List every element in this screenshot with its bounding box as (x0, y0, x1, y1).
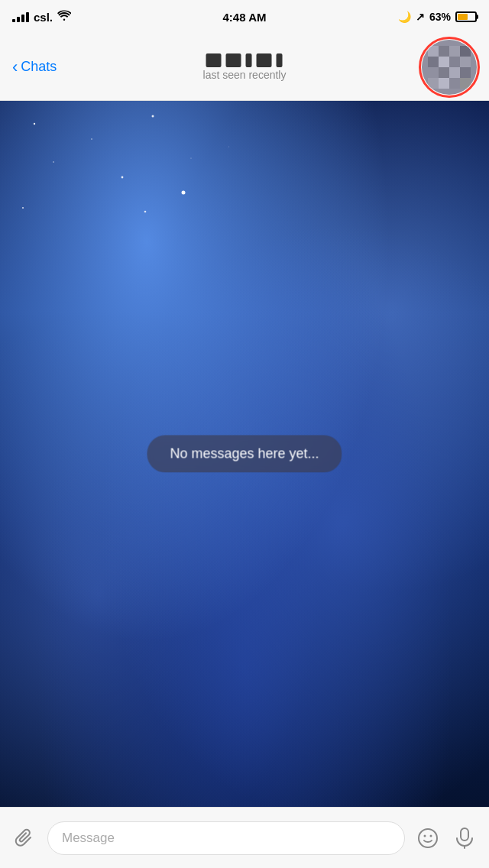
battery-percent-label: 63% (429, 11, 451, 23)
moon-icon: 🌙 (398, 11, 411, 23)
last-seen-label: last seen recently (203, 69, 287, 81)
contact-name (206, 53, 283, 67)
bottom-bar: Message (0, 807, 489, 868)
name-block-4 (257, 53, 272, 67)
avatar-highlight-border (419, 37, 480, 98)
chat-area: No messages here yet... (0, 101, 489, 807)
name-block-2 (226, 53, 241, 67)
mic-button[interactable] (451, 824, 478, 852)
message-placeholder: Message (62, 831, 115, 846)
battery-icon (455, 11, 477, 22)
message-input[interactable]: Message (47, 821, 405, 855)
status-bar: csl. 4:48 AM 🌙 ↗ 63% (0, 0, 489, 34)
svg-rect-109 (461, 828, 468, 840)
name-block-3 (246, 53, 252, 67)
emoji-button[interactable] (414, 824, 442, 852)
back-chevron-icon: ‹ (12, 59, 18, 76)
attach-button[interactable] (11, 824, 38, 852)
back-label: Chats (21, 59, 57, 75)
svg-point-108 (430, 834, 432, 837)
nav-header: ‹ Chats last seen recently (0, 34, 489, 101)
avatar-container[interactable] (422, 40, 477, 95)
svg-point-107 (424, 834, 426, 837)
signal-bars-icon (12, 11, 29, 22)
status-left: csl. (12, 10, 71, 24)
no-messages-label: No messages here yet... (147, 436, 342, 473)
name-block-1 (206, 53, 222, 67)
status-time: 4:48 AM (223, 11, 267, 24)
wifi-icon (57, 10, 71, 24)
name-block-5 (277, 53, 283, 67)
carrier-label: csl. (34, 11, 53, 24)
contact-info: last seen recently (203, 53, 287, 81)
svg-point-106 (419, 829, 437, 847)
back-button[interactable]: ‹ Chats (12, 59, 57, 76)
location-icon: ↗ (416, 11, 425, 23)
status-right: 🌙 ↗ 63% (398, 11, 477, 23)
